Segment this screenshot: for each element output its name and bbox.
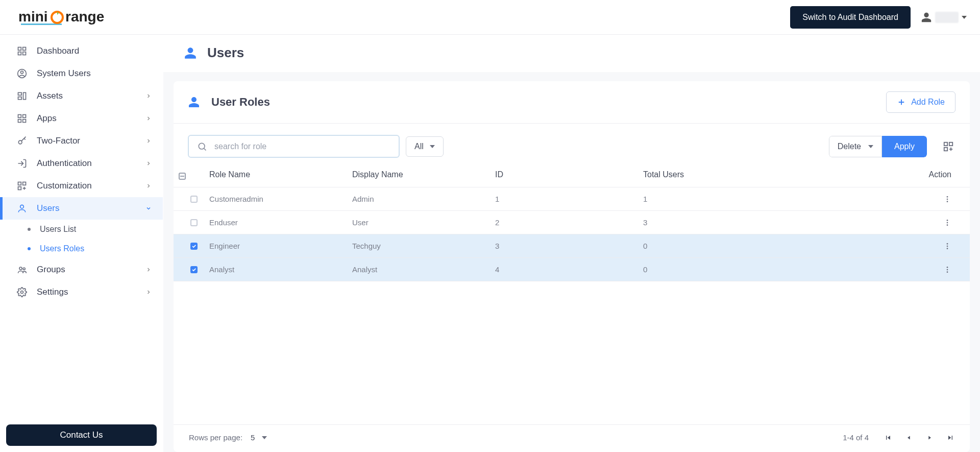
- bulk-action-label: Delete: [838, 142, 861, 151]
- svg-rect-6: [23, 52, 26, 55]
- column-total-users: Total Users: [643, 170, 847, 179]
- kebab-icon: [943, 219, 951, 227]
- sidebar-subitem-users-list[interactable]: Users List: [0, 220, 163, 239]
- svg-point-33: [947, 224, 948, 226]
- sidebar-item-label: Users: [37, 203, 59, 213]
- svg-point-29: [947, 198, 948, 200]
- cell-id: 3: [495, 242, 643, 250]
- key-icon: [16, 135, 28, 147]
- select-all-checkbox[interactable]: [179, 173, 186, 180]
- person-icon: [16, 203, 28, 214]
- rows-per-page-select[interactable]: 5: [251, 433, 267, 442]
- user-menu[interactable]: [921, 12, 967, 23]
- table-row: CustomeradminAdmin11: [174, 187, 970, 211]
- row-actions-menu[interactable]: [943, 195, 951, 203]
- caret-down-icon: [868, 144, 873, 149]
- search-icon: [197, 141, 207, 152]
- cell-total-users: 1: [643, 195, 847, 203]
- sidebar-item-dashboard[interactable]: Dashboard: [0, 40, 163, 62]
- sidebar-item-label: Authentication: [37, 158, 92, 169]
- cell-total-users: 0: [643, 242, 847, 250]
- chevron-right-icon: [926, 434, 933, 441]
- svg-point-39: [947, 271, 948, 273]
- svg-rect-5: [18, 52, 21, 55]
- cell-total-users: 3: [643, 218, 847, 227]
- apps-icon: [16, 113, 28, 124]
- sidebar-item-apps[interactable]: Apps: [0, 107, 163, 130]
- sidebar-subitem-users-roles[interactable]: Users Roles: [0, 239, 163, 258]
- contact-us-button[interactable]: Contact Us: [6, 424, 157, 446]
- cell-display-name: Techguy: [352, 242, 495, 250]
- brand-logo: mini range: [18, 9, 140, 25]
- sidebar-item-two-factor[interactable]: Two-Factor: [0, 130, 163, 152]
- sidebar-item-authentication[interactable]: Authentication: [0, 152, 163, 175]
- svg-point-21: [19, 267, 22, 270]
- svg-rect-17: [18, 182, 21, 185]
- login-icon: [16, 158, 28, 169]
- first-page-icon: [884, 434, 892, 442]
- gear-icon: [16, 287, 28, 298]
- person-icon: [188, 96, 200, 108]
- filter-all-dropdown[interactable]: All: [406, 136, 444, 157]
- add-role-button[interactable]: Add Role: [886, 91, 955, 113]
- roles-table: Role Name Display Name ID Total Users Ac…: [174, 162, 970, 281]
- svg-point-23: [21, 291, 23, 294]
- sidebar-subitem-label: Users List: [40, 225, 76, 234]
- cell-display-name: Admin: [352, 195, 495, 203]
- svg-rect-12: [18, 115, 21, 118]
- grid-plus-icon: [943, 141, 954, 152]
- svg-point-24: [199, 143, 205, 149]
- sidebar-item-system-users[interactable]: System Users: [0, 62, 163, 85]
- svg-text:mini: mini: [18, 9, 48, 25]
- svg-point-8: [21, 71, 23, 74]
- row-actions-menu[interactable]: [943, 219, 951, 227]
- chevron-right-icon: [145, 267, 152, 273]
- last-page-button[interactable]: [946, 434, 954, 442]
- row-actions-menu[interactable]: [943, 242, 951, 250]
- rows-per-page-label: Rows per page:: [189, 433, 242, 442]
- group-icon: [16, 264, 28, 275]
- svg-point-37: [947, 267, 948, 268]
- assets-icon: [16, 90, 28, 102]
- grid-add-button[interactable]: [941, 139, 955, 154]
- svg-rect-26: [949, 142, 952, 145]
- sidebar: Dashboard System Users Assets Apps Two-F…: [0, 35, 163, 452]
- apply-button[interactable]: Apply: [882, 136, 927, 157]
- next-page-button[interactable]: [926, 434, 933, 441]
- first-page-button[interactable]: [884, 434, 892, 442]
- bulk-action-select[interactable]: Delete: [829, 136, 882, 157]
- search-input[interactable]: [214, 142, 390, 151]
- sidebar-item-customization[interactable]: Customization: [0, 175, 163, 197]
- svg-point-38: [947, 269, 948, 270]
- search-field[interactable]: [188, 135, 400, 158]
- user-name-redacted: [935, 12, 959, 23]
- kebab-icon: [943, 195, 951, 203]
- row-actions-menu[interactable]: [943, 266, 951, 274]
- cell-role-name: Enduser: [209, 218, 352, 227]
- sidebar-item-assets[interactable]: Assets: [0, 85, 163, 107]
- add-role-label: Add Role: [911, 98, 945, 107]
- sidebar-item-users[interactable]: Users: [0, 197, 163, 220]
- svg-rect-3: [18, 47, 21, 51]
- sidebar-item-settings[interactable]: Settings: [0, 281, 163, 303]
- chevron-right-icon: [145, 183, 152, 189]
- svg-point-28: [947, 196, 948, 198]
- card-title: User Roles: [211, 96, 270, 109]
- svg-rect-9: [18, 92, 22, 95]
- row-checkbox[interactable]: [190, 266, 198, 273]
- sidebar-item-groups[interactable]: Groups: [0, 258, 163, 281]
- row-checkbox[interactable]: [190, 196, 198, 203]
- bullet-icon: [28, 247, 31, 250]
- switch-audit-dashboard-button[interactable]: Switch to Audit Dashboard: [790, 6, 911, 29]
- chevron-right-icon: [145, 138, 152, 144]
- svg-point-36: [947, 248, 948, 249]
- sidebar-item-label: Apps: [37, 113, 57, 124]
- cell-role-name: Analyst: [209, 265, 352, 274]
- prev-page-button[interactable]: [905, 434, 913, 441]
- last-page-icon: [946, 434, 954, 442]
- svg-rect-14: [18, 120, 21, 123]
- row-checkbox[interactable]: [190, 243, 198, 250]
- svg-rect-11: [23, 92, 26, 99]
- svg-point-31: [947, 220, 948, 221]
- row-checkbox[interactable]: [190, 219, 198, 226]
